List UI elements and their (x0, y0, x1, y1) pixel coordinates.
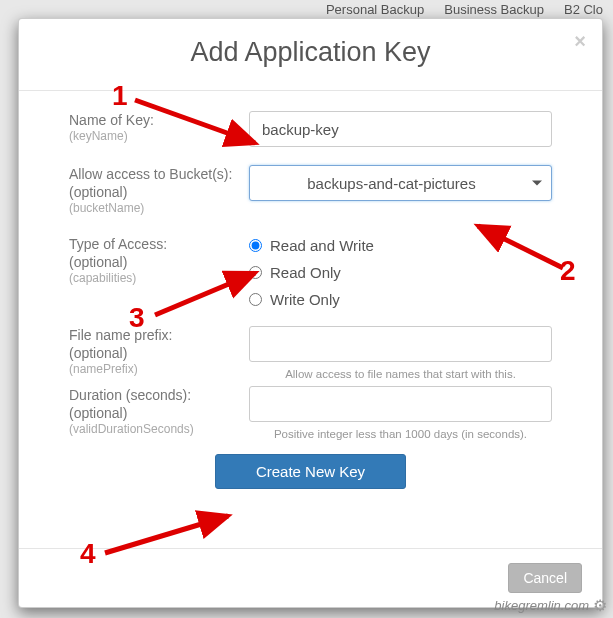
label-hint: (validDurationSeconds) (69, 422, 239, 438)
row-type-of-access: Type of Access: (optional) (capabilities… (69, 235, 552, 308)
nav-item[interactable]: Personal Backup (326, 2, 424, 17)
close-icon[interactable]: × (574, 31, 586, 51)
modal-header: × Add Application Key (19, 19, 602, 91)
row-bucket-access: Allow access to Bucket(s): (optional) (b… (69, 165, 552, 217)
radio-label: Read Only (270, 264, 341, 281)
create-new-key-button[interactable]: Create New Key (215, 454, 406, 489)
radio-write-only[interactable]: Write Only (249, 291, 552, 308)
row-duration: Duration (seconds): (optional) (validDur… (69, 386, 552, 440)
file-prefix-hint: Allow access to file names that start wi… (249, 368, 552, 380)
radio-read-only[interactable]: Read Only (249, 264, 552, 281)
gear-icon: ⚙ (593, 596, 607, 615)
radio-input[interactable] (249, 266, 262, 279)
radio-label: Write Only (270, 291, 340, 308)
name-of-key-input[interactable] (249, 111, 552, 147)
label-duration: Duration (seconds): (optional) (validDur… (69, 386, 249, 438)
row-file-prefix: File name prefix: (optional) (namePrefix… (69, 326, 552, 380)
duration-hint: Positive integer less than 1000 days (in… (249, 428, 552, 440)
label-type-of-access: Type of Access: (optional) (capabilities… (69, 235, 249, 287)
radio-read-write[interactable]: Read and Write (249, 237, 552, 254)
label-hint: (keyName) (69, 129, 239, 145)
bucket-select[interactable]: backups-and-cat-pictures (249, 165, 552, 201)
label-hint: (namePrefix) (69, 362, 239, 378)
label-text: Type of Access: (69, 235, 239, 253)
radio-input[interactable] (249, 293, 262, 306)
label-file-prefix: File name prefix: (optional) (namePrefix… (69, 326, 249, 378)
label-optional: (optional) (69, 344, 239, 362)
label-optional: (optional) (69, 253, 239, 271)
access-radio-group: Read and Write Read Only Write Only (249, 235, 552, 308)
background-nav: Personal Backup Business Backup B2 Clo (326, 2, 603, 17)
label-optional: (optional) (69, 404, 239, 422)
label-text: Duration (seconds): (69, 386, 239, 404)
cancel-button[interactable]: Cancel (508, 563, 582, 593)
label-hint: (bucketName) (69, 201, 239, 217)
bucket-select-wrap[interactable]: backups-and-cat-pictures (249, 165, 552, 201)
watermark-text: bikegremlin.com (494, 598, 589, 613)
create-row: Create New Key (69, 446, 552, 505)
label-bucket-access: Allow access to Bucket(s): (optional) (b… (69, 165, 249, 217)
label-optional: (optional) (69, 183, 239, 201)
label-text: File name prefix: (69, 326, 239, 344)
watermark: bikegremlin.com ⚙ (494, 596, 607, 615)
file-prefix-input[interactable] (249, 326, 552, 362)
radio-label: Read and Write (270, 237, 374, 254)
radio-input[interactable] (249, 239, 262, 252)
row-name-of-key: Name of Key: (keyName) (69, 111, 552, 147)
label-text: Allow access to Bucket(s): (69, 165, 239, 183)
modal-title: Add Application Key (39, 37, 582, 68)
duration-input[interactable] (249, 386, 552, 422)
label-name-of-key: Name of Key: (keyName) (69, 111, 249, 145)
nav-item[interactable]: B2 Clo (564, 2, 603, 17)
nav-item[interactable]: Business Backup (444, 2, 544, 17)
label-text: Name of Key: (69, 111, 239, 129)
add-application-key-modal: × Add Application Key Name of Key: (keyN… (18, 18, 603, 608)
label-hint: (capabilities) (69, 271, 239, 287)
modal-body: Name of Key: (keyName) Allow access to B… (19, 91, 602, 548)
